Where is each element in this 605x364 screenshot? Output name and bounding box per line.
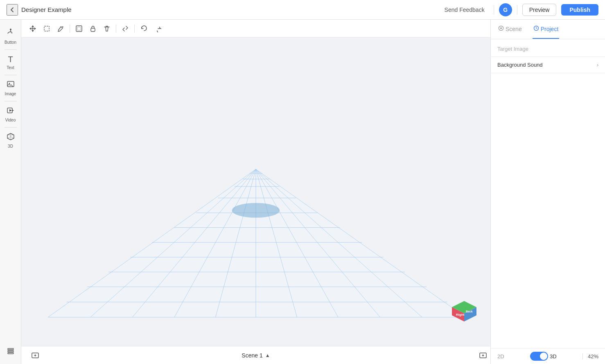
toolbar-divider-3 <box>134 25 135 33</box>
3d-label: 3D <box>550 353 557 360</box>
left-sidebar: Button T Text Image <box>0 20 21 364</box>
tab-scene[interactable]: Scene <box>497 20 523 39</box>
svg-marker-5 <box>12 110 14 111</box>
sidebar-item-layers[interactable] <box>0 344 21 359</box>
video-icon <box>7 106 15 117</box>
svg-rect-2 <box>7 81 14 87</box>
svg-point-3 <box>9 83 10 84</box>
2d-3d-toggle[interactable] <box>530 352 548 361</box>
move-tool-button[interactable] <box>26 22 39 35</box>
preview-button[interactable]: Preview <box>522 4 557 16</box>
canvas-area[interactable]: .grid-line { stroke: #a0c8f0; stroke-wid… <box>21 38 490 346</box>
svg-point-1 <box>10 29 11 30</box>
center-area: .grid-line { stroke: #a0c8f0; stroke-wid… <box>21 20 490 364</box>
send-feedback-button[interactable]: Send Feedback <box>440 4 489 16</box>
bottom-bar-right <box>476 348 490 363</box>
scene-label[interactable]: Scene 1 ▲ <box>242 352 270 359</box>
toolbar-divider-2 <box>116 25 116 33</box>
sidebar-sep-1 <box>5 49 17 50</box>
add-scene-right-button[interactable] <box>476 348 490 363</box>
svg-rect-8 <box>8 351 14 352</box>
layers-icon <box>7 347 15 356</box>
2d-label: 2D <box>497 353 504 360</box>
toolbar-group-transform <box>26 22 67 35</box>
sidebar-item-video[interactable]: Video <box>0 103 21 126</box>
zoom-level: 42% <box>582 353 598 360</box>
image-icon <box>7 80 15 90</box>
svg-text:Back: Back <box>466 310 473 313</box>
header-right: Send Feedback G Preview Publish <box>440 3 598 16</box>
publish-button[interactable]: Publish <box>561 4 598 16</box>
svg-rect-12 <box>77 27 81 30</box>
main-layout: Button T Text Image <box>0 20 605 364</box>
svg-point-38 <box>232 203 280 218</box>
sidebar-item-image[interactable]: Image <box>0 77 21 99</box>
svg-marker-6 <box>9 109 12 112</box>
svg-rect-7 <box>8 348 14 350</box>
project-tab-icon <box>533 25 539 32</box>
toggle-knob <box>540 353 547 360</box>
sidebar-item-text[interactable]: T Text <box>0 52 21 73</box>
header-divider-2 <box>517 5 517 15</box>
tab-project[interactable]: Project <box>533 20 560 39</box>
sidebar-item-video-label: Video <box>5 118 16 122</box>
sidebar-sep-4 <box>5 127 17 128</box>
svg-point-51 <box>500 27 502 29</box>
frame-tool-button[interactable] <box>72 22 86 35</box>
background-sound-title: Background Sound › <box>497 62 598 68</box>
toolbar-group-frame <box>72 22 113 35</box>
right-panel: Scene Project Target Image Back <box>490 20 605 364</box>
scene-name: Scene 1 <box>242 352 262 359</box>
select-tool-button[interactable] <box>40 22 53 35</box>
svg-marker-14 <box>48 169 465 317</box>
target-image-label: Target Image <box>497 46 528 52</box>
sidebar-item-3d[interactable]: 3D <box>0 129 21 152</box>
right-panel-content: Target Image Background Sound › <box>491 39 605 348</box>
bottom-bar: Scene 1 ▲ <box>21 346 490 364</box>
redo-button[interactable] <box>151 22 164 35</box>
page-title: Designer Example <box>21 6 440 13</box>
view-toggle-bar: 2D 3D 42% <box>491 348 605 364</box>
svg-rect-13 <box>91 28 95 31</box>
scene-tab-icon <box>498 25 504 32</box>
header-divider <box>494 5 494 15</box>
sidebar-item-image-label: Image <box>5 92 16 96</box>
lock-tool-button[interactable] <box>86 22 99 35</box>
scene-chevron-icon: ▲ <box>265 353 270 358</box>
3d-icon <box>7 133 15 143</box>
undo-button[interactable] <box>137 22 150 35</box>
svg-rect-10 <box>44 26 49 31</box>
text-icon: T <box>8 55 13 64</box>
sidebar-item-button[interactable]: Button <box>0 25 21 48</box>
sidebar-sep-3 <box>5 101 17 101</box>
sidebar-sep-2 <box>5 75 17 75</box>
toggle-switch-group: 3D <box>530 352 557 361</box>
delete-tool-button[interactable] <box>100 22 113 35</box>
toolbar-divider-1 <box>70 25 70 33</box>
back-button[interactable] <box>7 4 18 16</box>
header: Designer Example Send Feedback G Preview… <box>0 0 605 20</box>
svg-rect-9 <box>8 353 14 354</box>
button-icon <box>6 28 15 39</box>
right-panel-tabs: Scene Project <box>491 20 605 39</box>
3d-orientation-cube[interactable]: Right Back <box>448 289 481 321</box>
sidebar-item-button-label: Button <box>5 40 16 45</box>
bottom-bar-center: Scene 1 ▲ <box>242 352 270 359</box>
svg-rect-11 <box>76 26 82 31</box>
expand-icon[interactable]: › <box>597 62 598 68</box>
3d-grid-canvas: .grid-line { stroke: #a0c8f0; stroke-wid… <box>21 38 490 346</box>
background-sound-section[interactable]: Background Sound › <box>491 57 605 73</box>
toolbar <box>21 20 490 38</box>
collapse-tool-button[interactable] <box>119 22 132 35</box>
svg-text:Right: Right <box>456 313 465 317</box>
target-image-section: Target Image <box>491 39 605 57</box>
user-avatar-button[interactable]: G <box>499 3 512 16</box>
sidebar-item-text-label: Text <box>7 65 14 70</box>
pen-tool-button[interactable] <box>54 22 67 35</box>
sidebar-item-3d-label: 3D <box>8 144 13 148</box>
add-scene-left-button[interactable] <box>28 348 43 363</box>
bottom-bar-left <box>28 348 43 363</box>
